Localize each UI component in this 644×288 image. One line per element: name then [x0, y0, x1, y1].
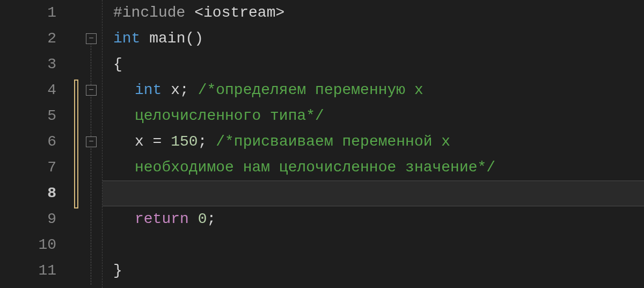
token-comment: /*определяем переменную x	[189, 82, 423, 98]
token-keyword: int	[135, 82, 162, 98]
code-line[interactable]: }	[103, 258, 644, 284]
code-line[interactable]: {	[103, 52, 644, 77]
line-number: 5	[0, 103, 56, 129]
code-line-current[interactable]	[103, 181, 644, 206]
token-function: main	[140, 30, 185, 47]
line-number: 2	[0, 26, 56, 52]
token-number: 150	[171, 133, 197, 150]
line-number: 7	[0, 155, 56, 181]
token-keyword: int	[113, 30, 140, 47]
token-space	[189, 211, 198, 227]
change-marker	[74, 80, 78, 208]
token-comment: целочисленного типа*/	[135, 107, 324, 124]
token-brace: {	[113, 56, 122, 73]
fold-gutter: − − −	[80, 0, 102, 288]
code-line[interactable]: x = 150; /*присваиваем переменной x	[103, 129, 644, 155]
fold-guide-line	[91, 38, 91, 285]
token-include-path: <iostream>	[185, 4, 284, 21]
code-editor[interactable]: #include <iostream> int main() { int x; …	[102, 0, 644, 288]
change-indicator-gutter	[72, 0, 80, 288]
token-brace: }	[113, 262, 122, 279]
code-line[interactable]: int x; /*определяем переменную x	[103, 77, 644, 103]
token-preprocessor: #include	[113, 4, 185, 21]
token-comment: необходимое нам целочисленное значение*/	[135, 159, 495, 176]
code-line[interactable]: целочисленного типа*/	[103, 103, 644, 129]
token-variable: x	[162, 82, 180, 98]
line-number-gutter: 1 2 3 4 5 6 7 8 9 10 11	[0, 0, 72, 288]
fold-toggle-icon[interactable]: −	[86, 136, 97, 147]
token-operator: =	[153, 133, 171, 150]
line-number: 11	[0, 258, 56, 284]
line-number-current: 8	[0, 181, 56, 206]
token-punct: ;	[180, 82, 189, 98]
code-line[interactable]: return 0;	[103, 206, 644, 232]
fold-toggle-icon[interactable]: −	[86, 33, 97, 44]
code-line[interactable]	[103, 232, 644, 258]
token-punct: ;	[207, 211, 216, 227]
line-number: 10	[0, 232, 56, 258]
token-variable: x	[135, 133, 153, 150]
fold-toggle-icon[interactable]: −	[86, 85, 97, 96]
line-number: 4	[0, 77, 56, 103]
token-punct: ()	[185, 30, 203, 47]
token-punct: ;	[198, 133, 207, 150]
token-comment: /*присваиваем переменной x	[207, 133, 450, 150]
code-line[interactable]: необходимое нам целочисленное значение*/	[103, 155, 644, 181]
line-number: 1	[0, 0, 56, 26]
line-number: 3	[0, 52, 56, 77]
line-number: 9	[0, 206, 56, 232]
line-number: 6	[0, 129, 56, 155]
token-number: 0	[198, 211, 207, 227]
code-line[interactable]: #include <iostream>	[103, 0, 644, 26]
code-line[interactable]: int main()	[103, 26, 644, 52]
token-keyword-return: return	[135, 211, 189, 227]
